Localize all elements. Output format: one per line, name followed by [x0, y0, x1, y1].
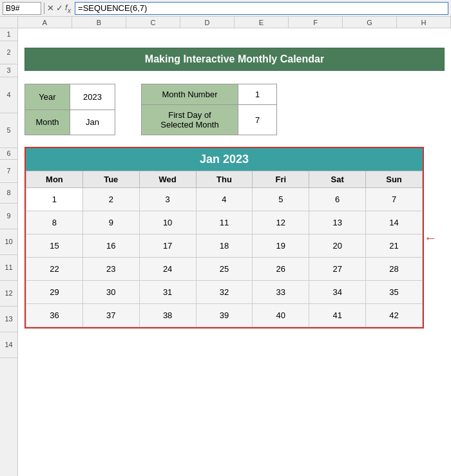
cal-cell-39: 39: [196, 304, 253, 327]
formula-text: =SEQUENCE(6,7): [78, 3, 147, 13]
row-num-13[interactable]: 13: [0, 307, 17, 332]
row-num-2[interactable]: 2: [0, 41, 17, 64]
col-header-g[interactable]: G: [343, 17, 397, 28]
cal-cell-16: 16: [82, 234, 139, 258]
confirm-icon[interactable]: ✓: [56, 3, 63, 13]
cal-cell-15: 15: [26, 234, 83, 258]
col-header-a[interactable]: A: [18, 17, 72, 28]
month-number-value: 1: [238, 84, 277, 105]
col-header-b[interactable]: B: [72, 17, 126, 28]
cal-cell-29: 29: [26, 281, 83, 304]
row-numbers: 1 2 3 4 5 6 7 8 9 10 11 12 13 14: [0, 28, 18, 476]
spreadsheet-content: Making Interactive Monthly Calendar Year…: [18, 28, 451, 332]
calendar-table: Mon Tue Wed Thu Fri Sat Sun 1: [26, 171, 423, 327]
row-num-8[interactable]: 8: [0, 183, 17, 204]
cal-cell-42: 42: [366, 304, 423, 327]
month-number-label: Month Number: [142, 84, 238, 105]
calendar-days-header: Mon Tue Wed Thu Fri Sat Sun: [26, 171, 423, 188]
row-3-spacer: [24, 76, 445, 84]
calendar-week-2: 8 9 10 11 12 13 14: [26, 211, 423, 234]
cal-cell-13: 13: [309, 211, 366, 234]
app-window: B9# ✕ ✓ fx =SEQUENCE(6,7) A B C D E F G …: [0, 0, 451, 476]
cal-cell-33: 33: [253, 281, 309, 304]
cal-cell-24: 24: [139, 258, 196, 281]
cal-cell-5: 5: [253, 188, 309, 211]
row-num-11[interactable]: 11: [0, 255, 17, 281]
day-header-sat: Sat: [309, 171, 366, 188]
cal-cell-6: 6: [309, 188, 366, 211]
year-row: Year 2023: [25, 84, 115, 110]
cal-cell-26: 26: [253, 258, 309, 281]
col-header-f[interactable]: F: [289, 17, 343, 28]
cal-cell-17: 17: [139, 234, 196, 258]
cal-cell-28: 28: [366, 258, 423, 281]
formula-icons: ✕ ✓ fx: [47, 3, 71, 14]
cal-cell-8: 8: [26, 211, 83, 234]
cal-cell-35: 35: [366, 281, 423, 304]
cell-reference-box[interactable]: B9#: [3, 2, 41, 15]
cal-cell-36: 36: [26, 304, 83, 327]
day-header-mon: Mon: [26, 171, 83, 188]
day-header-sun: Sun: [366, 171, 423, 188]
red-arrow-indicator: ←: [424, 231, 437, 245]
cal-cell-7: 7: [366, 188, 423, 211]
cell-ref-text: B9#: [6, 4, 19, 13]
first-day-row: First Day ofSelected Month 7: [142, 105, 277, 135]
left-info-table: Year 2023 Month Jan: [24, 84, 115, 135]
row-6-spacer: [24, 142, 445, 147]
row-1-spacer: [24, 32, 445, 45]
cal-cell-27: 27: [309, 258, 366, 281]
cal-cell-2: 2: [82, 188, 139, 211]
cal-cell-11: 11: [196, 211, 253, 234]
day-header-wed: Wed: [139, 171, 196, 188]
cal-cell-4: 4: [196, 188, 253, 211]
info-section: Year 2023 Month Jan: [24, 84, 445, 135]
cal-cell-25: 25: [196, 258, 253, 281]
row-num-6[interactable]: 6: [0, 148, 17, 160]
cal-cell-3: 3: [139, 188, 196, 211]
row-num-12[interactable]: 12: [0, 281, 17, 307]
title-section: Making Interactive Monthly Calendar: [24, 48, 445, 71]
row-num-4[interactable]: 4: [0, 77, 17, 113]
row-num-5[interactable]: 5: [0, 113, 17, 148]
col-header-h[interactable]: H: [397, 17, 451, 28]
cancel-icon[interactable]: ✕: [47, 3, 54, 13]
calendar-header: Jan 2023: [26, 148, 423, 171]
cal-cell-1: 1: [26, 188, 83, 211]
formula-input[interactable]: =SEQUENCE(6,7): [75, 2, 448, 15]
row-num-1[interactable]: 1: [0, 28, 17, 41]
row-num-14[interactable]: 14: [0, 332, 17, 358]
col-header-c[interactable]: C: [126, 17, 180, 28]
cal-cell-12: 12: [253, 211, 309, 234]
calendar-week-6: 36 37 38 39 40 41 42: [26, 304, 423, 327]
day-header-tue: Tue: [82, 171, 139, 188]
cal-cell-40: 40: [253, 304, 309, 327]
cal-cell-18: 18: [196, 234, 253, 258]
row-num-3[interactable]: 3: [0, 64, 17, 77]
first-day-value: 7: [238, 105, 277, 135]
column-headers-row: A B C D E F G H: [0, 17, 451, 28]
grid-area: 1 2 3 4 5 6 7 8 9 10 11 12 13 14 Making …: [0, 28, 451, 476]
row-num-7[interactable]: 7: [0, 160, 17, 183]
row-num-9[interactable]: 9: [0, 204, 17, 229]
first-day-label: First Day ofSelected Month: [142, 105, 238, 135]
cal-cell-30: 30: [82, 281, 139, 304]
cal-cell-34: 34: [309, 281, 366, 304]
right-info-table: Month Number 1 First Day ofSelected Mont…: [141, 84, 277, 135]
cal-cell-19: 19: [253, 234, 309, 258]
year-value[interactable]: 2023: [70, 84, 115, 110]
cal-cell-41: 41: [309, 304, 366, 327]
year-label: Year: [25, 84, 70, 110]
col-header-e[interactable]: E: [235, 17, 289, 28]
month-value[interactable]: Jan: [70, 109, 115, 135]
col-header-d[interactable]: D: [180, 17, 235, 28]
fx-icon: fx: [65, 3, 71, 14]
cal-cell-31: 31: [139, 281, 196, 304]
calendar-section: Jan 2023 Mon Tue Wed Thu Fri Sat Sun: [24, 147, 424, 328]
formula-bar-divider: [44, 3, 44, 14]
cal-cell-9: 9: [82, 211, 139, 234]
cal-cell-10: 10: [139, 211, 196, 234]
cal-cell-22: 22: [26, 258, 83, 281]
month-row: Month Jan: [25, 109, 115, 135]
row-num-10[interactable]: 10: [0, 229, 17, 255]
